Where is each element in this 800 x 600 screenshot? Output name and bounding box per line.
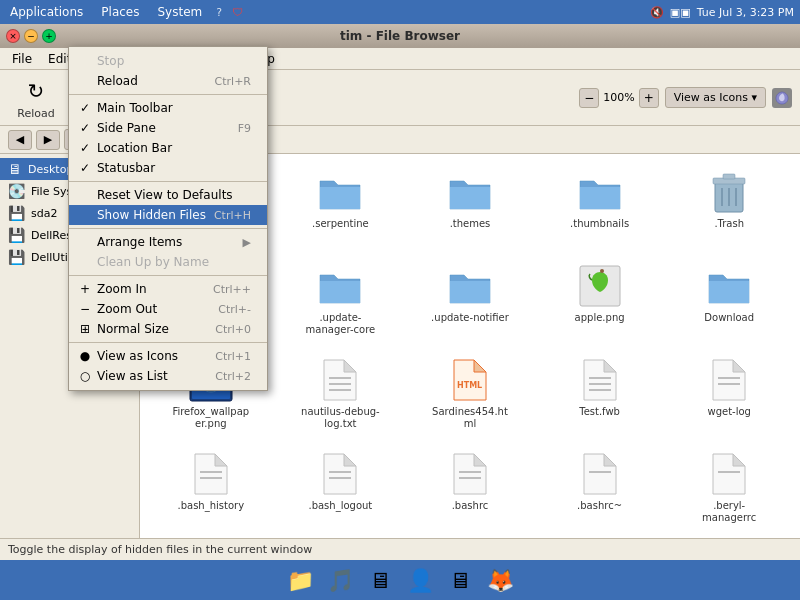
taskbar-icon-audio[interactable]: 🎵 — [324, 564, 356, 596]
menu-item-location-bar[interactable]: ✓ Location Bar — [69, 138, 267, 158]
file-item-bash-history[interactable]: .bash_history — [148, 444, 274, 534]
menu-item-view-list[interactable]: ○ View as List Ctrl+2 — [69, 366, 267, 386]
taskbar-icon-firefox[interactable]: 🦊 — [484, 564, 516, 596]
menu-item-zoom-out[interactable]: − Zoom Out Ctrl+- — [69, 299, 267, 319]
dellutil-icon: 💾 — [8, 249, 25, 265]
file-label: .bash_logout — [308, 500, 372, 512]
menu-item-label: View as List — [93, 369, 215, 383]
file-label: wget-log — [707, 406, 750, 418]
topbar-right: 🔇 ▣▣ Tue Jul 3, 3:23 PM — [650, 6, 794, 19]
file-item-thumbnails[interactable]: .thumbnails — [537, 162, 663, 252]
view-as-button[interactable]: View as Icons ▾ — [665, 87, 766, 108]
file-item-update-manager[interactable]: .update-manager-core — [278, 256, 404, 346]
menu-separator — [69, 94, 267, 95]
svg-rect-2 — [723, 174, 735, 179]
file-label: Download — [704, 312, 754, 324]
file-label: .themes — [450, 218, 491, 230]
taskbar-icon-user[interactable]: 👤 — [404, 564, 436, 596]
menu-item-zoom-in[interactable]: + Zoom In Ctrl++ — [69, 279, 267, 299]
menu-item-side-pane[interactable]: ✓ Side Pane F9 — [69, 118, 267, 138]
menu-item-reset-view[interactable]: Reset View to Defaults — [69, 185, 267, 205]
menu-item-label: Zoom Out — [93, 302, 218, 316]
file-label: Test.fwb — [579, 406, 620, 418]
check-icon: ✓ — [77, 161, 93, 175]
file-item-sardines[interactable]: HTML Sardines454.html — [407, 350, 533, 440]
menu-item-reload[interactable]: Reload Ctrl+R — [69, 71, 267, 91]
menu-shortcut: Ctrl+R — [215, 75, 251, 88]
reload-button[interactable]: ↻ Reload — [8, 71, 64, 124]
zoom-out-button[interactable]: − — [579, 88, 599, 108]
file-item-wget-log[interactable]: wget-log — [666, 350, 792, 440]
back-button[interactable]: ◀ — [8, 130, 32, 150]
file-label: .update-manager-core — [300, 312, 380, 336]
topbar-places[interactable]: Places — [97, 3, 143, 21]
file-label: .beryl-managerrc — [689, 500, 769, 524]
topbar-applications[interactable]: Applications — [6, 3, 87, 21]
topbar-left: Applications Places System ? 🛡 — [6, 3, 243, 21]
menu-shortcut: Ctrl+- — [218, 303, 251, 316]
menu-item-main-toolbar[interactable]: ✓ Main Toolbar — [69, 98, 267, 118]
dellres-icon: 💾 — [8, 227, 25, 243]
window-maximize-button[interactable]: + — [42, 29, 56, 43]
file-item-bashrc-tilde[interactable]: .bashrc~ — [537, 444, 663, 534]
file-item-nautilus-debug[interactable]: nautilus-debug-log.txt — [278, 350, 404, 440]
file-item-themes[interactable]: .themes — [407, 162, 533, 252]
file-label: .bash_history — [177, 500, 244, 512]
apple-image-icon — [576, 262, 624, 310]
text-file-icon — [187, 450, 235, 498]
window-minimize-button[interactable]: − — [24, 29, 38, 43]
text-file-icon — [705, 356, 753, 404]
menu-item-label: Show Hidden Files — [93, 208, 214, 222]
zoom-in-prefix: + — [77, 282, 93, 296]
file-item-beryl-managerrc[interactable]: .beryl-managerrc — [666, 444, 792, 534]
file-label: .bashrc — [452, 500, 489, 512]
menu-item-label: Reload — [93, 74, 215, 88]
sidebar-item-desktop-label: Desktop — [28, 163, 73, 176]
menu-item-statusbar[interactable]: ✓ Statusbar — [69, 158, 267, 178]
taskbar-icon-filemanager[interactable]: 📁 — [284, 564, 316, 596]
svg-text:HTML: HTML — [457, 381, 482, 390]
taskbar-icon-display[interactable]: 🖥 — [444, 564, 476, 596]
menu-shortcut: Ctrl++ — [213, 283, 251, 296]
topbar-battery-icon: ▣▣ — [670, 6, 691, 19]
titlebar: × − + tim - File Browser — [0, 24, 800, 48]
menu-item-show-hidden-files[interactable]: Show Hidden Files Ctrl+H — [69, 205, 267, 225]
text-file-icon — [446, 450, 494, 498]
check-icon: ✓ — [77, 141, 93, 155]
file-label: nautilus-debug-log.txt — [300, 406, 380, 430]
file-item-serpentine[interactable]: .serpentine — [278, 162, 404, 252]
topbar-system[interactable]: System — [153, 3, 206, 21]
folder-icon — [576, 168, 624, 216]
menu-file[interactable]: File — [4, 50, 40, 68]
sda2-icon: 💾 — [8, 205, 25, 221]
menu-item-view-icons[interactable]: ● View as Icons Ctrl+1 — [69, 346, 267, 366]
menu-item-label: Side Pane — [93, 121, 238, 135]
topbar: Applications Places System ? 🛡 🔇 ▣▣ Tue … — [0, 0, 800, 24]
file-label: .serpentine — [312, 218, 369, 230]
text-file-icon — [576, 450, 624, 498]
menu-separator — [69, 181, 267, 182]
file-item-trash[interactable]: .Trash — [666, 162, 792, 252]
forward-button[interactable]: ▶ — [36, 130, 60, 150]
file-item-test-fwb[interactable]: Test.fwb — [537, 350, 663, 440]
window-title: tim - File Browser — [340, 29, 460, 43]
menu-item-arrange-items[interactable]: Arrange Items ▶ — [69, 232, 267, 252]
file-item-bash-logout[interactable]: .bash_logout — [278, 444, 404, 534]
menu-item-cleanup[interactable]: Clean Up by Name — [69, 252, 267, 272]
menu-item-label: Arrange Items — [93, 235, 243, 249]
check-icon: ✓ — [77, 101, 93, 115]
file-item-apple-png[interactable]: apple.png — [537, 256, 663, 346]
zoom-control: − 100% + — [579, 88, 658, 108]
file-item-bashrc[interactable]: .bashrc — [407, 444, 533, 534]
menu-item-stop[interactable]: Stop — [69, 51, 267, 71]
menu-shortcut: F9 — [238, 122, 251, 135]
file-item-update-notifier[interactable]: .update-notifier — [407, 256, 533, 346]
nautilus-icon[interactable] — [772, 88, 792, 108]
zoom-in-button[interactable]: + — [639, 88, 659, 108]
window-close-button[interactable]: × — [6, 29, 20, 43]
menu-separator — [69, 342, 267, 343]
menu-item-normal-size[interactable]: ⊞ Normal Size Ctrl+0 — [69, 319, 267, 339]
taskbar-icon-monitor[interactable]: 🖥 — [364, 564, 396, 596]
file-item-download[interactable]: Download — [666, 256, 792, 346]
topbar-volume-icon[interactable]: 🔇 — [650, 6, 664, 19]
